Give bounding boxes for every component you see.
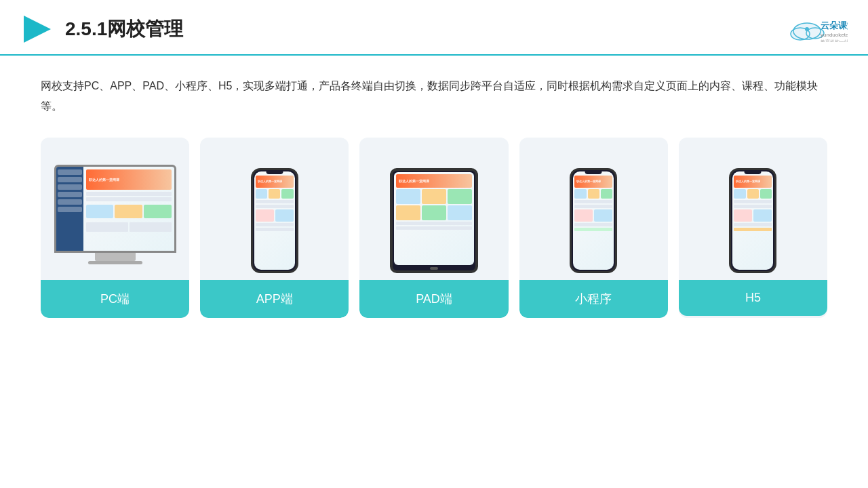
- tablet-mockup: 职达人的第一堂网课: [390, 168, 478, 273]
- card-miniapp: 职达人的第一堂网课: [519, 138, 668, 318]
- header-left: 2.5.1网校管理: [20, 12, 183, 46]
- logo-svg: 云朵课堂 yunduoketang.com 教育机构一站式服务云平台: [787, 16, 848, 42]
- card-app: 职达人的第一堂网课: [200, 138, 349, 318]
- header: 2.5.1网校管理 云朵课堂 yunduoketang.com 教育机构一站式服…: [0, 0, 868, 56]
- pc-mockup: 职达人的第一堂网课: [54, 165, 176, 273]
- page-title: 2.5.1网校管理: [65, 16, 183, 42]
- description-text: 网校支持PC、APP、PAD、小程序、H5，实现多端打通，产品各终端自由切换，数…: [41, 76, 827, 117]
- miniapp-phone-mockup: 职达人的第一堂网课: [570, 168, 617, 273]
- cards-container: 职达人的第一堂网课: [41, 138, 827, 318]
- card-pad: 职达人的第一堂网课 PAD端: [359, 138, 508, 318]
- h5-phone-mockup: 职达人的第一堂网课: [729, 168, 776, 273]
- svg-text:yunduoketang.com: yunduoketang.com: [821, 32, 848, 38]
- card-pc-image: 职达人的第一堂网课: [52, 151, 178, 273]
- card-pc-label: PC端: [41, 280, 189, 318]
- logo-area: 云朵课堂 yunduoketang.com 教育机构一站式服务云平台: [787, 16, 848, 42]
- card-h5-image: 职达人的第一堂网课: [690, 151, 816, 273]
- svg-point-7: [805, 27, 809, 31]
- svg-text:教育机构一站式服务云平台: 教育机构一站式服务云平台: [821, 39, 848, 42]
- app-phone-mockup: 职达人的第一堂网课: [251, 168, 298, 273]
- card-h5-label: H5: [679, 280, 827, 316]
- main-content: 网校支持PC、APP、PAD、小程序、H5，实现多端打通，产品各终端自由切换，数…: [0, 56, 868, 331]
- card-app-image: 职达人的第一堂网课: [211, 151, 338, 273]
- svg-marker-0: [24, 16, 51, 43]
- card-app-label: APP端: [200, 280, 349, 318]
- card-pad-image: 职达人的第一堂网课: [370, 151, 497, 273]
- svg-text:云朵课堂: 云朵课堂: [821, 20, 848, 30]
- card-pad-label: PAD端: [359, 280, 508, 318]
- card-miniapp-label: 小程序: [519, 280, 668, 318]
- card-pc: 职达人的第一堂网课: [41, 138, 189, 318]
- card-h5: 职达人的第一堂网课: [679, 138, 827, 318]
- card-miniapp-image: 职达人的第一堂网课: [530, 151, 657, 273]
- play-icon: [20, 12, 54, 46]
